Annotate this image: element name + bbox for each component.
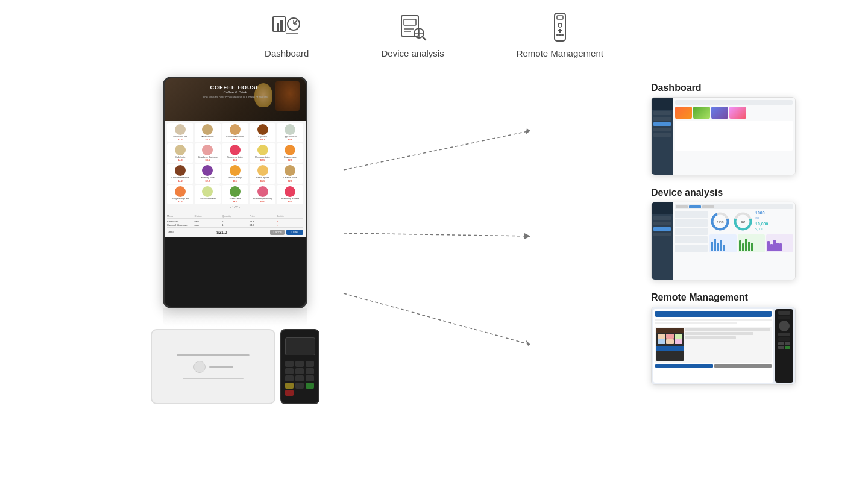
device-analysis-screenshot: 75% 50 1000 (651, 202, 796, 280)
card-reader (280, 329, 319, 404)
menu-item[interactable]: Orange Juice $2.5 (277, 143, 303, 163)
kiosk-menu: Americano Hot $2.2 Americano Ic $2.5 Car… (165, 120, 306, 213)
svg-line-28 (344, 293, 530, 345)
svg-line-24 (344, 131, 530, 170)
dashboard-screenshot (651, 97, 796, 175)
svg-point-22 (559, 34, 561, 36)
key-clear[interactable] (285, 383, 294, 389)
menu-item[interactable]: Pineapple Juice $2.5 (250, 143, 276, 163)
kiosk-header: COFFEE HOUSE Coffee & Drink The world's … (165, 78, 306, 120)
svg-marker-25 (526, 128, 530, 134)
key-2[interactable] (295, 361, 304, 367)
printer-slot (177, 354, 250, 356)
order-button[interactable]: Order (286, 230, 303, 235)
key-cancel[interactable] (285, 390, 294, 396)
remote-management-panel: Remote Management (651, 292, 796, 385)
remote-management-nav-label: Remote Management (517, 48, 603, 58)
kiosk-device: COFFEE HOUSE Coffee & Drink The world's … (151, 77, 319, 404)
dashboard-icon (271, 11, 303, 43)
svg-line-26 (344, 233, 530, 236)
menu-item[interactable]: Espresso $4.2 (250, 123, 276, 142)
dashboard-nav-item[interactable]: Dashboard (265, 11, 309, 58)
printer-slot3 (183, 378, 244, 379)
key-4[interactable] (285, 368, 294, 374)
total-label: Total (167, 230, 174, 234)
key-enter[interactable] (306, 383, 314, 389)
menu-item[interactable]: Yoo Blossom Ade (195, 185, 221, 204)
svg-rect-1 (277, 23, 279, 31)
menu-item[interactable]: Caffe Latte $4.0 (167, 143, 193, 163)
menu-item[interactable]: Green Latte $4.0 (222, 185, 248, 204)
cancel-button[interactable]: Cancel (270, 230, 285, 235)
svg-rect-2 (280, 20, 283, 31)
dashboard-nav-label: Dashboard (265, 48, 309, 58)
menu-item[interactable]: Caramel Juice $2.9 (277, 164, 303, 183)
card-reader-keypad (285, 361, 315, 396)
menu-item[interactable]: Strawberry Juice $5.0 (222, 143, 248, 163)
analysis-sidebar (652, 202, 673, 280)
menu-item[interactable]: Chocolate Banana $4.2 (167, 164, 193, 183)
dashboard-panel: Dashboard (651, 83, 796, 175)
svg-point-18 (558, 23, 562, 27)
kiosk-pagination[interactable]: ‹ 1 / 2 › (167, 204, 303, 210)
card-reader-screen (285, 337, 315, 355)
kiosk-base-hardware (151, 329, 319, 404)
key-5[interactable] (295, 368, 304, 374)
svg-rect-17 (557, 16, 563, 19)
order-table-header: Menu Option Quantity Price Delete (167, 214, 303, 219)
menu-item[interactable]: Americano Hot $2.2 (167, 123, 193, 142)
remote-control-widget (775, 309, 793, 383)
menu-item[interactable]: Cappuccino Ice $3.6 (277, 123, 303, 142)
order-row: Caramel Macchiato new 1 $4.0 × (167, 224, 303, 227)
kiosk-subtitle: Coffee & Drink (171, 90, 300, 94)
menu-item[interactable]: Peach Speed $5.5 (250, 164, 276, 183)
key-8[interactable] (295, 375, 304, 381)
dashboard-panel-title: Dashboard (651, 83, 796, 93)
dashboard-main-content (673, 98, 795, 175)
menu-item[interactable]: Strawberry Banana $5.0 (277, 185, 303, 204)
device-analysis-nav-item[interactable]: Device analysis (381, 11, 444, 58)
printer-button[interactable] (193, 361, 206, 373)
menu-item[interactable]: Mulberry Juice $2.2 (195, 164, 221, 183)
key-9[interactable] (306, 375, 314, 381)
svg-point-23 (561, 34, 564, 36)
menu-item[interactable]: Caramel Macchiato $4.0 (222, 123, 248, 142)
menu-item[interactable]: Strawberry Blueberry $3.6 (195, 143, 221, 163)
kiosk-title: COFFEE HOUSE (171, 84, 300, 90)
remote-management-nav-item[interactable]: Remote Management (517, 11, 603, 58)
kiosk-screen: COFFEE HOUSE Coffee & Drink The world's … (163, 77, 307, 308)
device-analysis-nav-label: Device analysis (381, 48, 444, 58)
svg-text:75%: 75% (716, 220, 724, 224)
receipt-printer (151, 329, 275, 404)
main-content: COFFEE HOUSE Coffee & Drink The world's … (0, 77, 868, 480)
kiosk-description: The world's best cross delicious Coffee … (171, 95, 300, 99)
remote-management-panel-title: Remote Management (651, 292, 796, 303)
menu-grid: Americano Hot $2.2 Americano Ic $2.5 Car… (167, 123, 303, 204)
remote-management-icon (544, 11, 576, 43)
svg-line-13 (423, 37, 426, 40)
key-0[interactable] (295, 383, 304, 389)
svg-marker-27 (524, 233, 530, 239)
svg-rect-9 (404, 19, 416, 25)
menu-item[interactable]: Strawberry Blueberry $5.0 (250, 185, 276, 204)
top-icons-bar: Dashboard Device analysis (0, 0, 868, 64)
remote-left-panel (653, 309, 773, 383)
right-panels: Dashboard (651, 83, 796, 385)
key-1[interactable] (285, 361, 294, 367)
menu-item[interactable]: Orange Mango Ade $3.6 (167, 185, 193, 204)
device-analysis-panel-title: Device analysis (651, 187, 796, 198)
svg-marker-29 (526, 340, 530, 346)
menu-item[interactable]: Americano Ic $2.5 (195, 123, 221, 142)
remote-management-screenshot (651, 307, 796, 385)
kiosk-reflection (163, 308, 307, 327)
svg-text:50: 50 (741, 220, 745, 224)
total-amount: $21.0 (216, 230, 227, 234)
order-row: Americano new 2 $3.4 × (167, 220, 303, 223)
svg-point-21 (556, 34, 559, 36)
key-7[interactable] (285, 375, 294, 381)
key-6[interactable] (306, 368, 314, 374)
key-3[interactable] (306, 361, 314, 367)
menu-item[interactable]: Tropical Mango $3.4 (222, 164, 248, 183)
kiosk-order-section: Menu Option Quantity Price Delete Americ… (165, 213, 306, 237)
device-analysis-panel: Device analysis (651, 187, 796, 280)
